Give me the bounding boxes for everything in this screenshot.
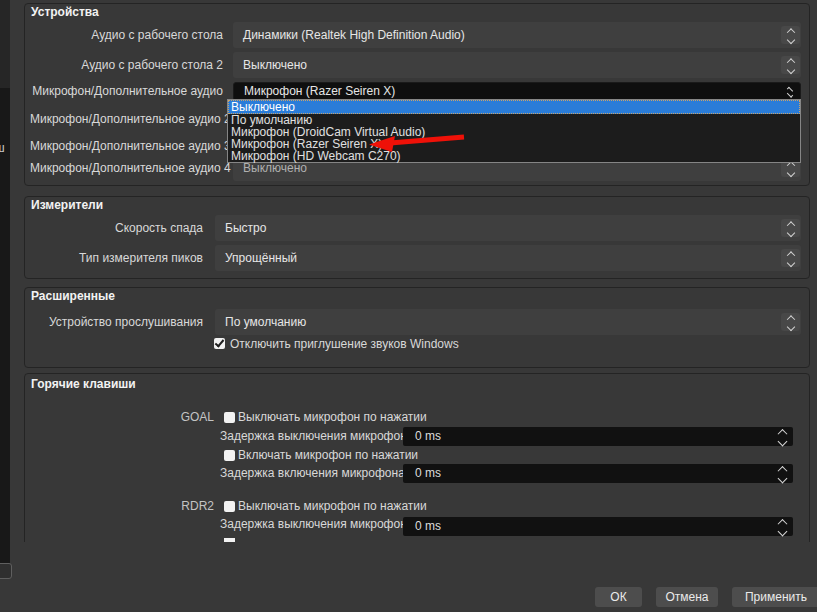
settings-sidebar-corner [0,563,12,579]
spinbox-goal-mute-delay[interactable]: 0 ms [403,427,793,446]
combo-arrows-icon[interactable] [780,87,799,96]
label-goal-mute-delay: Задержка выключения микрофона [220,430,413,443]
checkbox-rdr2-push-to-mute[interactable] [224,501,235,512]
spinbox-arrows-icon[interactable] [774,517,790,536]
checkbox-rdr2-push-to-mute-label: Выключать микрофон по нажатии [238,500,427,513]
checkbox-goal-push-to-talk[interactable] [224,450,235,461]
label-mic-aux: Микрофон/Дополнительное аудио [30,82,223,100]
spinbox-goal-talk-delay[interactable]: 0 ms [403,464,793,483]
group-advanced-title: Расширенные [31,289,115,303]
hotkey-name-goal: GOAL [100,411,214,424]
settings-sidebar-sliver-top [0,0,10,88]
label-decay-rate: Скорость спада [30,215,203,241]
label-goal-talk-delay: Задержка включения микрофона [220,467,405,480]
label-mic-aux-2: Микрофон/Дополнительное аудио 2 [30,112,223,126]
group-devices-title: Устройства [31,5,99,19]
dropdown-option-hd-webcam[interactable]: Микрофон (HD Webcam C270) [228,150,800,162]
combo-decay-rate[interactable]: Быстро [215,215,801,241]
combo-arrows-icon[interactable] [781,26,800,44]
label-mic-aux-3: Микрофон/Дополнительное аудио 3 [30,139,223,153]
checkbox-goal-push-to-mute-label: Выключать микрофон по нажатии [238,411,427,424]
checkbox-goal-push-to-talk-label: Включать микрофон по нажатии [238,449,418,462]
combo-arrows-icon[interactable] [781,219,800,237]
label-peak-meter-type: Тип измерителя пиков [30,245,203,271]
checkbox-disable-windows-ducking[interactable] [214,338,225,349]
dropdown-option-disabled[interactable]: Выключено [228,100,800,114]
obs-audio-settings-dialog: ш Устройства Аудио с рабочего стола Дина… [0,0,817,612]
spinbox-arrows-icon[interactable] [774,427,790,446]
hotkeys-scroll-clip: Горячие клавиши GOAL Выключать микрофон … [0,373,817,542]
combo-desktop-audio-2[interactable]: Выключено [233,52,801,78]
label-mic-aux-4: Микрофон/Дополнительное аудио 4 [30,161,223,175]
ok-button[interactable]: ОК [595,587,642,607]
spinbox-arrows-icon[interactable] [774,464,790,483]
spinbox-rdr2-mute-delay[interactable]: 0 ms [403,517,793,536]
combo-desktop-audio[interactable]: Динамики (Realtek High Definition Audio) [233,22,801,48]
group-hotkeys-title: Горячие клавиши [31,377,136,391]
label-desktop-audio: Аудио с рабочего стола [30,22,223,48]
combo-peak-meter-type[interactable]: Упрощённый [215,245,801,271]
label-desktop-audio-2: Аудио с рабочего стола 2 [30,52,223,78]
combo-monitoring-device[interactable]: По умолчанию [215,309,801,335]
mic-aux-dropdown-popup: Выключено По умолчанию Микрофон (DroidCa… [227,99,801,163]
hotkey-name-rdr2: RDR2 [100,500,214,513]
label-monitoring-device: Устройство прослушивания [30,309,203,335]
checkbox-goal-push-to-mute[interactable] [224,412,235,423]
apply-button[interactable]: Применить [732,587,817,607]
checkbox-rdr2-push-to-talk-clipped[interactable] [224,538,235,542]
group-meters-title: Измерители [31,198,103,212]
cancel-button[interactable]: Отмена [656,587,718,607]
sidebar-clipped-item-text: ш [0,141,5,155]
combo-arrows-icon[interactable] [781,313,800,331]
combo-arrows-icon[interactable] [781,249,800,267]
label-rdr2-mute-delay: Задержка выключения микрофона [220,518,413,531]
combo-arrows-icon[interactable] [781,56,800,74]
checkbox-disable-windows-ducking-label: Отключить приглушение звуков Windows [230,338,459,350]
